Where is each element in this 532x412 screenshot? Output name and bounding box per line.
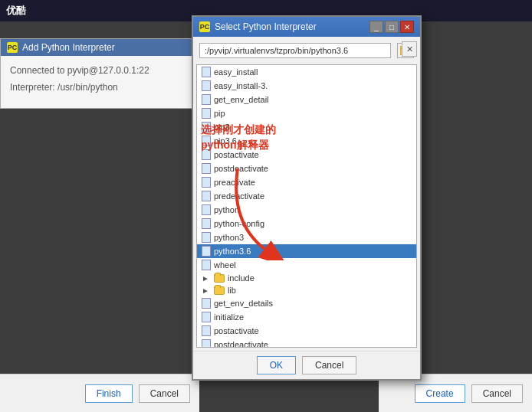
x-close-button[interactable]: ✕	[402, 41, 417, 57]
file-item[interactable]: get_env_details	[197, 296, 416, 310]
file-name: easy_install	[214, 67, 258, 77]
file-item[interactable]: python	[197, 203, 416, 217]
file-item[interactable]: wheel	[197, 258, 416, 272]
script-icon	[202, 108, 211, 119]
file-list[interactable]: easy_installeasy_install-3.get_env_detai…	[196, 64, 417, 348]
file-name: python-config	[214, 219, 264, 228]
file-name: python3	[214, 233, 244, 242]
folder-expand-icon: ►	[202, 274, 209, 283]
file-item[interactable]: python3	[197, 231, 416, 244]
cancel-dialog-button[interactable]: Cancel	[302, 356, 356, 374]
file-item[interactable]: postdeactivate	[197, 162, 416, 175]
dialog-icon: PC	[199, 21, 210, 32]
script-icon	[202, 325, 211, 336]
add-python-body: Connected to pyvip@127.0.0.1:22 Interpre…	[1, 56, 206, 108]
file-name: postdeactivate	[214, 340, 268, 348]
script-icon	[202, 260, 211, 270]
script-icon	[202, 191, 211, 201]
file-name: predeactivate	[214, 191, 264, 201]
close-button[interactable]: ✕	[400, 21, 414, 33]
script-icon	[202, 94, 211, 105]
file-item[interactable]: pip3	[197, 120, 416, 134]
file-name: postactivate	[214, 150, 259, 159]
file-item[interactable]: predeactivate	[197, 189, 416, 203]
dialog-titlebar: PC Select Python Interpreter _ □ ✕	[193, 17, 420, 37]
script-icon	[202, 136, 211, 146]
interpreter-field: Interpreter: /usr/bin/python	[10, 82, 197, 93]
file-name: python	[214, 205, 239, 214]
create-button[interactable]: Create	[415, 384, 465, 403]
file-name: python3.6	[214, 247, 251, 256]
add-python-icon: PC	[7, 42, 18, 53]
file-name: pip	[214, 109, 225, 118]
file-name: include	[228, 273, 255, 283]
script-icon	[202, 67, 211, 77]
dialog-title: Select Python Interpreter	[215, 21, 317, 32]
file-name: get_env_detail	[214, 95, 269, 104]
file-item[interactable]: easy_install	[197, 65, 416, 79]
file-name: lib	[228, 286, 236, 295]
maximize-button[interactable]: □	[385, 21, 399, 33]
folder-expand-icon: ►	[202, 286, 209, 295]
add-python-title: Add Python Interpreter	[22, 42, 115, 53]
script-icon	[202, 177, 211, 188]
file-item[interactable]: pip3.6	[197, 134, 416, 148]
x-close-area: ✕	[402, 41, 417, 57]
script-icon	[202, 246, 211, 257]
file-name: pip3	[214, 123, 230, 132]
add-python-titlebar: PC Add Python Interpreter	[1, 39, 206, 56]
background-bottom-buttons: Finish Cancel	[0, 374, 199, 412]
add-python-panel: PC Add Python Interpreter Connected to p…	[0, 38, 207, 109]
dialog-title-left: PC Select Python Interpreter	[199, 21, 317, 32]
file-name: pip3.6	[214, 136, 237, 146]
script-icon	[202, 312, 211, 322]
script-icon	[202, 122, 211, 132]
script-icon	[202, 232, 211, 243]
file-item[interactable]: ► lib	[197, 284, 416, 296]
file-item[interactable]: initialize	[197, 310, 416, 324]
file-item[interactable]: postactivate	[197, 148, 416, 162]
connected-text: Connected to pyvip@127.0.0.1:22	[10, 65, 149, 76]
script-icon	[202, 149, 211, 160]
file-name: postactivate	[214, 326, 259, 335]
folder-icon	[214, 274, 225, 283]
file-name: wheel	[214, 260, 236, 270]
cancel-bg-button[interactable]: Cancel	[139, 384, 190, 403]
file-item[interactable]: ► include	[197, 272, 416, 284]
file-name: easy_install-3.	[214, 81, 268, 90]
file-item[interactable]: preactivate	[197, 175, 416, 189]
path-bar-container: :/pyvip/.virtualenvs/tzpro/bin/python3.6	[196, 40, 417, 61]
script-icon	[202, 339, 211, 348]
path-value: :/pyvip/.virtualenvs/tzpro/bin/python3.6	[205, 46, 348, 55]
minimize-button[interactable]: _	[369, 21, 383, 33]
script-icon	[202, 218, 211, 229]
ok-button[interactable]: OK	[257, 356, 296, 374]
file-item[interactable]: get_env_detail	[197, 93, 416, 106]
script-icon	[202, 80, 211, 91]
file-name: preactivate	[214, 178, 255, 187]
connected-field: Connected to pyvip@127.0.0.1:22	[10, 65, 197, 76]
dialog-footer: OK Cancel	[193, 351, 420, 379]
script-icon	[202, 204, 211, 215]
path-bar: :/pyvip/.virtualenvs/tzpro/bin/python3.6	[199, 43, 391, 58]
cancel2-button[interactable]: Cancel	[471, 384, 523, 403]
file-name: initialize	[214, 312, 244, 322]
app-title: 优酷	[6, 4, 26, 18]
file-item[interactable]: python3.6	[197, 244, 416, 258]
script-icon	[202, 163, 211, 174]
file-item[interactable]: python-config	[197, 217, 416, 231]
finish-button[interactable]: Finish	[85, 384, 133, 403]
file-item[interactable]: pip	[197, 106, 416, 120]
file-item[interactable]: easy_install-3.	[197, 79, 416, 93]
file-name: get_env_details	[214, 299, 273, 308]
interpreter-label: Interpreter:	[10, 82, 55, 93]
interpreter-value: /usr/bin/python	[57, 82, 118, 93]
select-python-dialog: PC Select Python Interpreter _ □ ✕ :/pyv…	[192, 15, 422, 381]
title-buttons: _ □ ✕	[369, 21, 414, 33]
file-name: postdeactivate	[214, 164, 268, 173]
folder-icon	[214, 286, 225, 295]
script-icon	[202, 298, 211, 309]
file-item[interactable]: postdeactivate	[197, 338, 416, 348]
file-item[interactable]: postactivate	[197, 324, 416, 338]
dialog-content: easy_installeasy_install-3.get_env_detai…	[196, 64, 417, 348]
